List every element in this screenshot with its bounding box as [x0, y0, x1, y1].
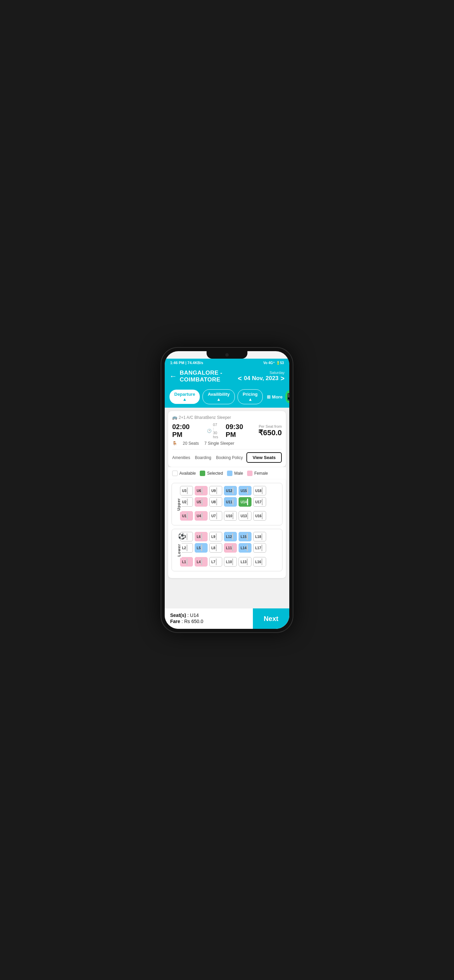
available-box	[172, 471, 178, 476]
seat-L13[interactable]: L13	[239, 557, 252, 566]
bus-icon: 🚌	[172, 415, 177, 420]
legend-female: Female	[247, 471, 268, 476]
seat-L7[interactable]: L7	[209, 557, 222, 566]
seat-L10[interactable]: L10	[224, 557, 237, 566]
current-date: 04 Nov, 2023	[244, 375, 279, 382]
seat-U18[interactable]: U18	[253, 486, 266, 495]
more-filter-button[interactable]: ⊞ More	[267, 395, 282, 399]
amenities-row: Amenities Boarding Booking Policy View S…	[172, 449, 282, 463]
clock-icon: 🕐	[207, 429, 212, 433]
departure-filter-button[interactable]: Departure ▴	[169, 390, 200, 404]
female-label: Female	[254, 471, 268, 476]
seat-U6[interactable]: U6	[195, 486, 208, 495]
female-box	[247, 471, 253, 476]
lower-row-3: L1 L4 L7 L10 L13 L16	[180, 557, 279, 566]
legend-selected: Selected	[200, 471, 223, 476]
male-box	[227, 471, 233, 476]
seat-U2[interactable]: U2	[180, 497, 193, 507]
seat-L11[interactable]: L11	[224, 543, 237, 553]
seat-U10[interactable]: U10	[224, 511, 237, 520]
pricing-filter-button[interactable]: Pricing ▴	[237, 389, 263, 404]
seat-U16[interactable]: U16	[253, 511, 266, 520]
status-bar: 1:46 PM | 74.4KB/s Vo 4G⁺ 🔋53	[165, 359, 289, 367]
next-date-button[interactable]: >	[280, 375, 285, 382]
seat-L5[interactable]: L5	[195, 543, 208, 553]
next-button[interactable]: Next	[253, 608, 289, 629]
seat-U5[interactable]: U5	[195, 497, 208, 507]
network-icon: Vo 4G⁺	[263, 361, 275, 365]
status-time: 1:46 PM | 74.4KB/s	[170, 361, 203, 365]
seat-L17[interactable]: L17	[253, 543, 266, 553]
seat-L14[interactable]: L14	[239, 543, 252, 553]
legend-male: Male	[227, 471, 243, 476]
upper-deck-label: Upper	[176, 496, 182, 512]
amenities-link[interactable]: Amenities	[172, 455, 190, 460]
booking-summary: Seat(s) : U14 Fare : Rs 650.0	[165, 608, 253, 629]
upper-row-2: U2 U5 U8 U11 U14 U17	[180, 497, 279, 507]
bus-type: 🚌 2+1 A/C BharatBenz Sleeper	[172, 415, 282, 420]
filter-bar: Departure ▴ Availibility ▴ Pricing ▴ ⊞ M…	[165, 389, 289, 408]
seat-U17[interactable]: U17	[253, 497, 266, 507]
date-day: Saturday	[238, 371, 285, 375]
fare-summary-label: Fare	[170, 619, 180, 624]
seat-layout: Upper U3 U6 U9 U12 U15 U18	[168, 479, 286, 578]
arrival-time: 09:30 PM	[226, 423, 253, 439]
seat-U1[interactable]: U1	[180, 511, 193, 520]
bottom-bar: Seat(s) : U14 Fare : Rs 650.0 Next	[165, 608, 289, 629]
seat-L18[interactable]: L18	[253, 532, 266, 541]
seat-L12[interactable]: L12	[224, 532, 237, 541]
seat-L4[interactable]: L4	[195, 557, 208, 566]
availability-filter-button[interactable]: Availibility ▴	[202, 389, 235, 404]
upper-row-1: U3 U6 U9 U12 U15 U18	[180, 486, 279, 495]
seat-L1[interactable]: L1	[180, 557, 193, 566]
male-label: Male	[234, 471, 243, 476]
bus-card: 🚌 2+1 A/C BharatBenz Sleeper 02:00 PM 🕐 …	[168, 411, 286, 467]
lower-deck-label: Lower	[176, 542, 182, 558]
seat-U9[interactable]: U9	[209, 486, 222, 495]
seat-U7[interactable]: U7	[209, 511, 222, 520]
date-section: Saturday < 04 Nov, 2023 >	[238, 371, 285, 382]
upper-row-3: U1 U4 U7 U10 U13 U16	[180, 511, 279, 520]
upper-deck: Upper U3 U6 U9 U12 U15 U18	[172, 483, 282, 525]
seat-U11[interactable]: U11	[224, 497, 237, 507]
legend-available: Available	[172, 471, 196, 476]
policy-link[interactable]: Booking Policy	[216, 455, 243, 460]
filter-icon: ⊞	[267, 395, 271, 399]
boarding-link[interactable]: Boarding	[195, 455, 211, 460]
view-seats-button[interactable]: View Seats	[246, 452, 282, 463]
seat-L8[interactable]: L8	[209, 543, 222, 553]
header: ← BANGALORE - COIMBATORE Saturday < 04 N…	[165, 367, 289, 389]
seat-U14[interactable]: U14	[239, 497, 252, 507]
seat-icon: 🪑	[172, 441, 177, 446]
seat-L9[interactable]: L9	[209, 532, 222, 541]
seat-U15[interactable]: U15	[239, 486, 252, 495]
seat-U3[interactable]: U3	[180, 486, 193, 495]
seat-U13[interactable]: U13	[239, 511, 252, 520]
seats-summary-label: Seat(s)	[170, 612, 186, 618]
back-button[interactable]: ←	[169, 372, 177, 381]
seats-count: 20 Seats	[183, 441, 199, 446]
duration: 🕐 07 : 30 hrs	[207, 423, 218, 439]
available-label: Available	[179, 471, 196, 476]
selected-label: Selected	[207, 471, 223, 476]
prev-date-button[interactable]: <	[238, 375, 242, 382]
lower-row-2: L2 L5 L8 L11 L14 L17	[180, 543, 279, 553]
seat-L6[interactable]: L6	[195, 532, 208, 541]
price-label: Per Seat from	[258, 424, 282, 428]
whatsapp-button[interactable]: 📱	[285, 390, 289, 403]
seat-L16[interactable]: L16	[253, 557, 266, 566]
price-value: ₹650.0	[258, 428, 282, 437]
main-content: 🚌 2+1 A/C BharatBenz Sleeper 02:00 PM 🕐 …	[165, 408, 289, 608]
selected-box	[200, 471, 205, 476]
seat-L15[interactable]: L15	[239, 532, 252, 541]
seat-L2[interactable]: L2	[180, 543, 193, 553]
seat-U8[interactable]: U8	[209, 497, 222, 507]
price-section: Per Seat from ₹650.0	[258, 424, 282, 437]
bus-type-label: 2+1 A/C BharatBenz Sleeper	[179, 415, 231, 420]
status-icons: Vo 4G⁺ 🔋53	[263, 361, 284, 365]
seat-legend: Available Selected Male Female	[168, 467, 286, 479]
lower-deck: ⚽ Lower L3 L6 L9 L12 L15 L18	[172, 529, 282, 571]
seat-U12[interactable]: U12	[224, 486, 237, 495]
seat-U4[interactable]: U4	[195, 511, 208, 520]
whatsapp-icon: 📱	[285, 393, 289, 401]
